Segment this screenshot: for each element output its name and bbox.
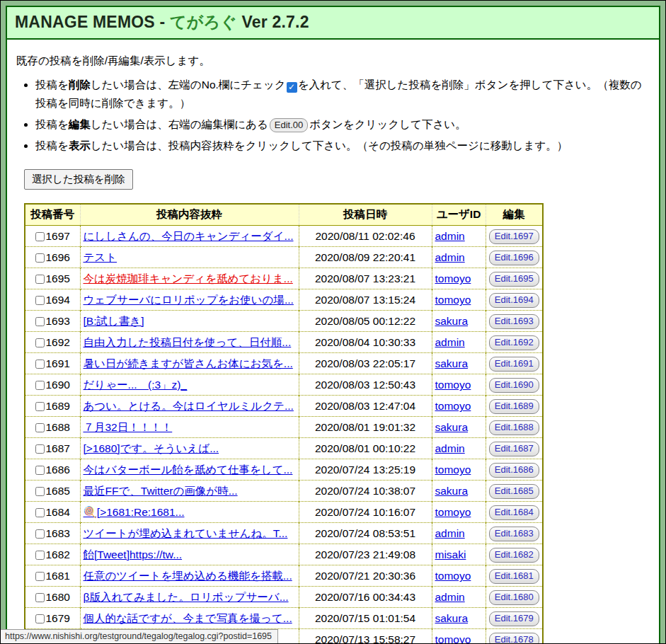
post-user-cell: admin <box>432 523 486 544</box>
table-row: 1691 暑い日が続きますが皆さんお体にお気を... 2020/08/03 22… <box>25 353 543 374</box>
post-select-checkbox[interactable] <box>35 444 45 454</box>
post-user-link[interactable]: sakura <box>435 485 469 497</box>
post-user-link[interactable]: admin <box>435 336 465 348</box>
post-select-checkbox[interactable] <box>35 338 45 347</box>
post-select-checkbox[interactable] <box>35 253 45 263</box>
post-select-checkbox[interactable] <box>35 551 45 560</box>
edit-button[interactable]: Edit.1695 <box>489 272 539 287</box>
edit-button[interactable]: Edit.1679 <box>489 611 539 626</box>
post-user-link[interactable]: admin <box>435 251 465 263</box>
edit-button[interactable]: Edit.1688 <box>489 420 539 435</box>
post-excerpt-link[interactable]: にししさんの、今日のキャンディーダイ... <box>84 230 294 242</box>
post-select-checkbox[interactable] <box>35 466 45 475</box>
post-user-link[interactable]: sakura <box>435 357 469 369</box>
post-excerpt-link[interactable]: 飴[Tweet]https://tw... <box>84 548 183 560</box>
post-select-checkbox[interactable] <box>35 529 45 539</box>
post-user-link[interactable]: tomoyo <box>435 379 471 391</box>
post-excerpt-link[interactable]: [B:試し書き] <box>84 315 144 327</box>
instruction-bold-delete: 削除 <box>69 79 91 91</box>
edit-button[interactable]: Edit.1696 <box>489 251 539 265</box>
post-excerpt-link[interactable]: β版入れてみました。ロリポップサーバ... <box>84 591 289 603</box>
post-excerpt-link[interactable]: 最近FFで、Twitterの画像が時... <box>84 485 238 497</box>
post-select-checkbox[interactable] <box>35 275 45 284</box>
post-user-link[interactable]: sakura <box>435 612 469 624</box>
edit-button[interactable]: Edit.1681 <box>489 569 539 584</box>
edit-button[interactable]: Edit.1697 <box>489 229 539 244</box>
instruction-bold-view: 表示 <box>69 139 91 151</box>
post-excerpt-link[interactable]: 今はバターボール飴を舐めて仕事をして... <box>84 464 293 476</box>
post-excerpt-link[interactable]: 暑い日が続きますが皆さんお体にお気を... <box>84 357 293 369</box>
post-user-link[interactable]: tomoyo <box>435 506 471 518</box>
post-user-link[interactable]: tomoyo <box>435 294 471 306</box>
post-user-cell: tomoyo <box>432 502 486 523</box>
edit-button[interactable]: Edit.1684 <box>489 505 539 520</box>
table-row: 1695 今は炭焼珈琲キャンディを舐めておりま... 2020/08/07 13… <box>25 268 543 289</box>
post-excerpt-link[interactable]: 個人的な話ですが、今まで写真を撮って... <box>84 612 292 624</box>
post-user-link[interactable]: admin <box>435 230 465 242</box>
post-select-checkbox[interactable] <box>35 317 45 326</box>
edit-button[interactable]: Edit.1693 <box>489 314 539 329</box>
post-select-checkbox[interactable] <box>35 360 45 369</box>
edit-button[interactable]: Edit.1690 <box>489 378 539 393</box>
table-row: 1684 🍭[>1681:Re:1681... 2020/07/24 10:16… <box>25 502 543 523</box>
post-edit-cell: Edit.1680 <box>486 587 543 608</box>
post-select-checkbox[interactable] <box>35 232 45 241</box>
post-user-link[interactable]: tomoyo <box>435 272 471 284</box>
edit-button[interactable]: Edit.1680 <box>489 590 539 605</box>
post-number: 1695 <box>46 272 70 284</box>
post-user-link[interactable]: admin <box>435 591 465 603</box>
post-select-checkbox[interactable] <box>35 593 45 602</box>
post-user-link[interactable]: sakura <box>435 315 469 327</box>
post-excerpt-link[interactable]: あつい。とける。今はロイヤルミルクテ... <box>84 400 294 412</box>
post-select-checkbox[interactable] <box>35 508 45 517</box>
post-select-checkbox[interactable] <box>35 296 45 305</box>
post-user-link[interactable]: misaki <box>435 548 466 560</box>
post-user-link[interactable]: admin <box>435 442 465 454</box>
edit-button-example-chip: Edit.00 <box>270 118 308 132</box>
edit-button[interactable]: Edit.1686 <box>489 463 539 478</box>
post-user-link[interactable]: tomoyo <box>435 570 471 582</box>
table-row: 1697 にししさんの、今日のキャンディーダイ... 2020/08/11 02… <box>25 226 543 247</box>
post-excerpt-link[interactable]: ７月32日！！！！ <box>84 421 173 433</box>
post-number-cell: 1684 <box>25 502 80 523</box>
post-user-cell: tomoyo <box>432 268 486 289</box>
post-excerpt-link[interactable]: ウェブサーバにロリポップをお使いの場... <box>84 294 294 306</box>
post-excerpt-link[interactable]: 任意のツイートを埋め込める機能を搭載... <box>84 570 292 582</box>
post-select-checkbox[interactable] <box>35 423 45 432</box>
table-header-row: 投稿番号 投稿内容抜粋 投稿日時 ユーザID 編集 <box>25 204 543 226</box>
edit-button[interactable]: Edit.1682 <box>489 548 539 563</box>
edit-button[interactable]: Edit.1683 <box>489 527 539 541</box>
post-number-cell: 1695 <box>25 268 80 289</box>
post-select-checkbox[interactable] <box>35 402 45 411</box>
post-excerpt-link[interactable]: 自由入力した投稿日付を使って、日付順... <box>84 336 292 348</box>
post-select-checkbox[interactable] <box>35 487 45 496</box>
post-excerpt-link[interactable]: 今は炭焼珈琲キャンディを舐めておりま... <box>84 272 293 284</box>
post-excerpt-link[interactable]: ツイートが埋め込まれていませんね。T... <box>84 527 288 539</box>
post-user-link[interactable]: tomoyo <box>435 464 471 476</box>
edit-button[interactable]: Edit.1689 <box>489 399 539 414</box>
post-select-checkbox[interactable] <box>35 381 45 390</box>
post-excerpt-link[interactable]: [>1680]です。そういえば... <box>84 442 219 454</box>
delete-selected-posts-button[interactable]: 選択した投稿を削除 <box>24 169 133 190</box>
post-user-link[interactable]: sakura <box>435 421 469 433</box>
post-user-cell: tomoyo <box>432 374 486 396</box>
edit-button[interactable]: Edit.1692 <box>489 335 539 350</box>
post-excerpt-link[interactable]: 🍭[>1681:Re:1681... <box>84 506 185 518</box>
post-user-link[interactable]: admin <box>435 527 465 539</box>
post-number: 1683 <box>46 527 70 539</box>
table-row: 1687 [>1680]です。そういえば... 2020/08/01 00:10… <box>25 438 543 459</box>
post-excerpt-link[interactable]: だりゃー... (:3」z)_ <box>84 379 188 391</box>
post-excerpt-cell: テスト <box>80 247 299 268</box>
post-user-link[interactable]: tomoyo <box>435 633 471 644</box>
post-select-checkbox[interactable] <box>35 614 45 623</box>
post-select-checkbox[interactable] <box>35 572 45 581</box>
edit-button[interactable]: Edit.1694 <box>489 293 539 308</box>
post-excerpt-cell: 今は炭焼珈琲キャンディを舐めておりま... <box>80 268 299 289</box>
edit-button[interactable]: Edit.1691 <box>489 357 539 372</box>
edit-button[interactable]: Edit.1685 <box>489 484 539 499</box>
edit-button[interactable]: Edit.1678 <box>489 633 539 644</box>
edit-button[interactable]: Edit.1687 <box>489 442 539 456</box>
post-user-link[interactable]: tomoyo <box>435 400 471 412</box>
post-excerpt-link[interactable]: テスト <box>84 251 117 263</box>
post-excerpt-cell: 自由入力した投稿日付を使って、日付順... <box>80 332 299 353</box>
